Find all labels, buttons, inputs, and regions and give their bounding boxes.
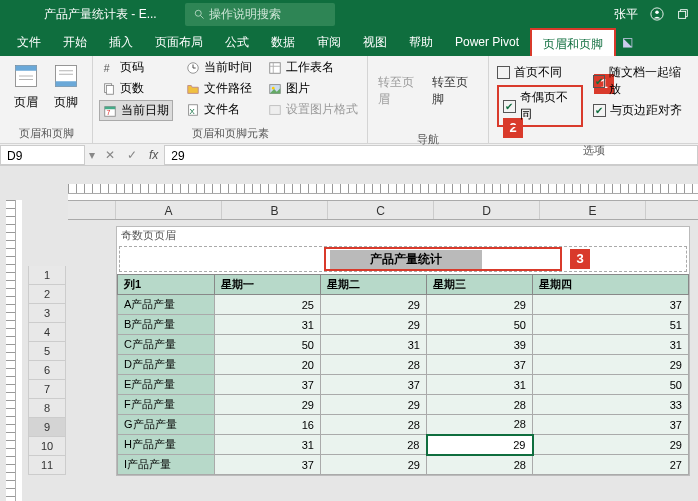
cell[interactable]: 20 bbox=[215, 355, 321, 375]
row-label[interactable]: A产品产量 bbox=[118, 295, 215, 315]
footer-button[interactable]: 页脚 bbox=[46, 58, 86, 115]
cell[interactable]: 29 bbox=[321, 315, 427, 335]
cell[interactable]: 29 bbox=[321, 295, 427, 315]
fx-icon[interactable]: fx bbox=[143, 148, 164, 162]
th-0[interactable]: 列1 bbox=[118, 275, 215, 295]
col-c[interactable]: C bbox=[328, 201, 434, 219]
pages-button[interactable]: 页数 bbox=[99, 79, 173, 98]
row-4[interactable]: 4 bbox=[28, 323, 66, 342]
cell[interactable]: 28 bbox=[321, 435, 427, 455]
cell[interactable]: 28 bbox=[427, 395, 533, 415]
row-10[interactable]: 10 bbox=[28, 437, 66, 456]
cell[interactable]: 31 bbox=[215, 435, 321, 455]
filename-button[interactable]: X文件名 bbox=[183, 100, 255, 119]
tab-view[interactable]: 视图 bbox=[352, 28, 398, 56]
th-3[interactable]: 星期三 bbox=[427, 275, 533, 295]
col-a[interactable]: A bbox=[116, 201, 222, 219]
row-7[interactable]: 7 bbox=[28, 380, 66, 399]
header-center-text[interactable]: 产品产量统计 bbox=[330, 250, 482, 269]
pageno-button[interactable]: #页码 bbox=[99, 58, 173, 77]
row-8[interactable]: 8 bbox=[28, 399, 66, 418]
tab-formulas[interactable]: 公式 bbox=[214, 28, 260, 56]
header-button[interactable]: 页眉 bbox=[6, 58, 46, 115]
row-5[interactable]: 5 bbox=[28, 342, 66, 361]
name-box[interactable]: D9 bbox=[0, 145, 85, 165]
tab-file[interactable]: 文件 bbox=[6, 28, 52, 56]
tab-powerpivot[interactable]: Power Pivot bbox=[444, 28, 530, 56]
cell[interactable]: 39 bbox=[427, 335, 533, 355]
th-2[interactable]: 星期二 bbox=[321, 275, 427, 295]
row-label[interactable]: I产品产量 bbox=[118, 455, 215, 475]
cell[interactable]: 31 bbox=[215, 315, 321, 335]
cell[interactable]: 29 bbox=[215, 395, 321, 415]
tab-help[interactable]: 帮助 bbox=[398, 28, 444, 56]
cell[interactable]: 37 bbox=[215, 375, 321, 395]
row-11[interactable]: 11 bbox=[28, 456, 66, 475]
cell[interactable]: 28 bbox=[427, 455, 533, 475]
cell[interactable]: 37 bbox=[533, 295, 689, 315]
cell[interactable]: 29 bbox=[321, 455, 427, 475]
row-label[interactable]: F产品产量 bbox=[118, 395, 215, 415]
cell[interactable]: 29 bbox=[427, 295, 533, 315]
th-4[interactable]: 星期四 bbox=[533, 275, 689, 295]
cell[interactable]: 50 bbox=[427, 315, 533, 335]
cell[interactable]: 25 bbox=[215, 295, 321, 315]
col-d[interactable]: D bbox=[434, 201, 540, 219]
cell[interactable]: 29 bbox=[321, 395, 427, 415]
cell[interactable]: 33 bbox=[533, 395, 689, 415]
row-label[interactable]: C产品产量 bbox=[118, 335, 215, 355]
curtime-button[interactable]: 当前时间 bbox=[183, 58, 255, 77]
tab-home[interactable]: 开始 bbox=[52, 28, 98, 56]
cell[interactable]: 31 bbox=[321, 335, 427, 355]
sheetname-button[interactable]: 工作表名 bbox=[265, 58, 361, 77]
tab-headerfooter[interactable]: 页眉和页脚 bbox=[530, 28, 616, 56]
cell[interactable]: 31 bbox=[533, 335, 689, 355]
cell[interactable]: 16 bbox=[215, 415, 321, 435]
row-2[interactable]: 2 bbox=[28, 285, 66, 304]
user-avatar-icon[interactable] bbox=[650, 7, 664, 21]
opt-align[interactable]: ✔与页边距对齐 bbox=[593, 102, 690, 119]
cell[interactable]: 37 bbox=[321, 375, 427, 395]
row-3[interactable]: 3 bbox=[28, 304, 66, 323]
opt-scale[interactable]: ✔随文档一起缩放 bbox=[593, 64, 690, 98]
tab-review[interactable]: 审阅 bbox=[306, 28, 352, 56]
filepath-button[interactable]: 文件路径 bbox=[183, 79, 255, 98]
cell[interactable]: 37 bbox=[427, 355, 533, 375]
cell[interactable]: 28 bbox=[427, 415, 533, 435]
cell[interactable]: 37 bbox=[533, 415, 689, 435]
goto-footer-button[interactable]: 转至页脚 bbox=[430, 60, 480, 108]
cell[interactable]: 31 bbox=[427, 375, 533, 395]
row-label[interactable]: B产品产量 bbox=[118, 315, 215, 335]
tell-me-search[interactable]: 操作说明搜索 bbox=[185, 3, 335, 26]
row-label[interactable]: H产品产量 bbox=[118, 435, 215, 455]
opt-firstdiff[interactable]: 首页不同 bbox=[497, 64, 583, 81]
col-e[interactable]: E bbox=[540, 201, 646, 219]
curdate-button[interactable]: 7当前日期 bbox=[99, 100, 173, 121]
window-restore-icon[interactable] bbox=[676, 7, 690, 21]
row-label[interactable]: E产品产量 bbox=[118, 375, 215, 395]
cell[interactable]: 50 bbox=[215, 335, 321, 355]
picture-button[interactable]: 图片 bbox=[265, 79, 361, 98]
row-label[interactable]: G产品产量 bbox=[118, 415, 215, 435]
row-6[interactable]: 6 bbox=[28, 361, 66, 380]
cell[interactable]: 50 bbox=[533, 375, 689, 395]
tab-insert[interactable]: 插入 bbox=[98, 28, 144, 56]
cell[interactable]: 37 bbox=[215, 455, 321, 475]
cell[interactable]: 27 bbox=[533, 455, 689, 475]
cancel-icon[interactable]: ✕ bbox=[99, 148, 121, 162]
row-9[interactable]: 9 bbox=[28, 418, 66, 437]
header-edit-box[interactable]: 3 产品产量统计 bbox=[119, 246, 687, 272]
tab-pagelayout[interactable]: 页面布局 bbox=[144, 28, 214, 56]
th-1[interactable]: 星期一 bbox=[215, 275, 321, 295]
cell[interactable]: 29 bbox=[533, 355, 689, 375]
row-label[interactable]: D产品产量 bbox=[118, 355, 215, 375]
cell[interactable]: 51 bbox=[533, 315, 689, 335]
cell[interactable]: 29 bbox=[427, 435, 533, 455]
opt-oddeven[interactable]: ✔奇偶页不同 bbox=[497, 85, 583, 127]
confirm-icon[interactable]: ✓ bbox=[121, 148, 143, 162]
cell[interactable]: 28 bbox=[321, 415, 427, 435]
col-b[interactable]: B bbox=[222, 201, 328, 219]
cell[interactable]: 28 bbox=[321, 355, 427, 375]
cell[interactable]: 29 bbox=[533, 435, 689, 455]
tab-data[interactable]: 数据 bbox=[260, 28, 306, 56]
